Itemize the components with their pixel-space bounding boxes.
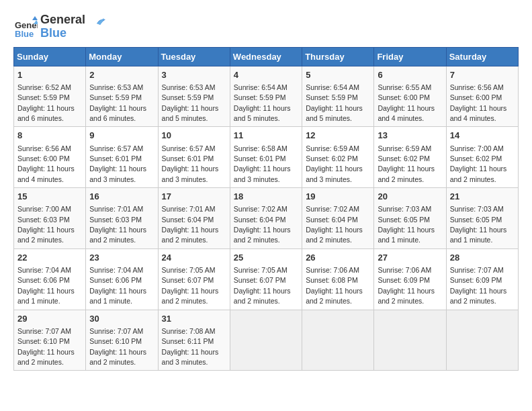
day-number: 28 [450,252,515,264]
day-number: 14 [450,130,515,142]
day-number: 6 [378,69,442,81]
day-info: Sunrise: 7:07 AMSunset: 6:10 PMDaylight:… [17,327,75,366]
calendar-day-cell: 7Sunrise: 6:56 AMSunset: 6:00 PMDaylight… [446,66,518,127]
calendar-day-cell: 25Sunrise: 7:05 AMSunset: 6:07 PMDayligh… [230,248,302,310]
calendar-day-cell: 21Sunrise: 7:03 AMSunset: 6:05 PMDayligh… [446,188,518,249]
day-number: 9 [89,130,154,142]
day-number: 2 [89,69,154,81]
calendar-table: SundayMondayTuesdayWednesdayThursdayFrid… [13,47,519,371]
weekday-header-saturday: Saturday [446,47,518,66]
calendar-day-cell: 23Sunrise: 7:04 AMSunset: 6:06 PMDayligh… [86,248,158,310]
day-info: Sunrise: 7:06 AMSunset: 6:09 PMDaylight:… [378,266,435,305]
day-number: 3 [162,69,226,81]
day-info: Sunrise: 6:57 AMSunset: 6:01 PMDaylight:… [89,144,146,183]
calendar-day-cell: 28Sunrise: 7:07 AMSunset: 6:09 PMDayligh… [446,248,518,310]
day-number: 31 [162,313,226,325]
weekday-header-monday: Monday [86,47,158,66]
day-number: 8 [17,130,82,142]
day-info: Sunrise: 6:57 AMSunset: 6:01 PMDaylight:… [162,144,219,183]
calendar-day-cell: 16Sunrise: 7:01 AMSunset: 6:03 PMDayligh… [86,188,158,249]
calendar-week-row: 15Sunrise: 7:00 AMSunset: 6:03 PMDayligh… [14,188,519,249]
day-number: 17 [162,191,226,203]
calendar-day-cell: 19Sunrise: 7:02 AMSunset: 6:04 PMDayligh… [302,188,374,249]
calendar-day-cell: 17Sunrise: 7:01 AMSunset: 6:04 PMDayligh… [158,188,230,249]
day-info: Sunrise: 7:02 AMSunset: 6:04 PMDaylight:… [306,205,363,244]
calendar-day-cell: 10Sunrise: 6:57 AMSunset: 6:01 PMDayligh… [158,127,230,188]
weekday-header-friday: Friday [374,47,446,66]
calendar-day-cell: 11Sunrise: 6:58 AMSunset: 6:01 PMDayligh… [230,127,302,188]
calendar-day-cell: 9Sunrise: 6:57 AMSunset: 6:01 PMDaylight… [86,127,158,188]
weekday-header-wednesday: Wednesday [230,47,302,66]
logo-icon: General Blue [13,15,38,39]
day-number: 21 [450,191,515,203]
day-info: Sunrise: 7:03 AMSunset: 6:05 PMDaylight:… [378,205,435,244]
weekday-header-tuesday: Tuesday [158,47,230,66]
day-info: Sunrise: 6:54 AMSunset: 5:59 PMDaylight:… [306,83,363,122]
calendar-day-cell: 1Sunrise: 6:52 AMSunset: 5:59 PMDaylight… [14,66,86,127]
day-number: 10 [162,130,226,142]
calendar-day-cell: 12Sunrise: 6:59 AMSunset: 6:02 PMDayligh… [302,127,374,188]
calendar-day-cell [230,310,302,371]
day-number: 29 [17,313,82,325]
day-number: 15 [17,191,82,203]
calendar-day-cell: 13Sunrise: 6:59 AMSunset: 6:02 PMDayligh… [374,127,446,188]
day-info: Sunrise: 7:00 AMSunset: 6:03 PMDaylight:… [17,205,75,244]
calendar-day-cell: 3Sunrise: 6:53 AMSunset: 5:59 PMDaylight… [158,66,230,127]
calendar-week-row: 1Sunrise: 6:52 AMSunset: 5:59 PMDaylight… [14,66,519,127]
day-number: 22 [17,252,82,264]
day-info: Sunrise: 7:02 AMSunset: 6:04 PMDaylight:… [234,205,291,244]
calendar-day-cell [446,310,518,371]
calendar-day-cell [374,310,446,371]
calendar-week-row: 8Sunrise: 6:56 AMSunset: 6:00 PMDaylight… [14,127,519,188]
day-info: Sunrise: 6:53 AMSunset: 5:59 PMDaylight:… [89,83,146,122]
calendar-day-cell: 29Sunrise: 7:07 AMSunset: 6:10 PMDayligh… [14,310,86,371]
svg-text:Blue: Blue [15,29,34,39]
day-number: 12 [306,130,370,142]
day-info: Sunrise: 7:06 AMSunset: 6:08 PMDaylight:… [306,266,363,305]
day-info: Sunrise: 7:05 AMSunset: 6:07 PMDaylight:… [162,266,219,305]
day-info: Sunrise: 6:56 AMSunset: 6:00 PMDaylight:… [17,144,75,183]
day-number: 20 [378,191,442,203]
calendar-day-cell: 26Sunrise: 7:06 AMSunset: 6:08 PMDayligh… [302,248,374,310]
day-info: Sunrise: 7:03 AMSunset: 6:05 PMDaylight:… [450,205,507,244]
day-info: Sunrise: 6:52 AMSunset: 5:59 PMDaylight:… [17,83,75,122]
weekday-header-row: SundayMondayTuesdayWednesdayThursdayFrid… [14,47,519,66]
logo-blue: Blue [40,27,85,40]
day-number: 1 [17,69,82,81]
day-number: 19 [306,191,370,203]
calendar-week-row: 29Sunrise: 7:07 AMSunset: 6:10 PMDayligh… [14,310,519,371]
day-info: Sunrise: 7:07 AMSunset: 6:09 PMDaylight:… [450,266,507,305]
logo-bird-icon [87,13,107,34]
day-info: Sunrise: 7:05 AMSunset: 6:07 PMDaylight:… [234,266,291,305]
calendar-day-cell: 31Sunrise: 7:08 AMSunset: 6:11 PMDayligh… [158,310,230,371]
day-info: Sunrise: 7:00 AMSunset: 6:02 PMDaylight:… [450,144,507,183]
calendar-day-cell: 2Sunrise: 6:53 AMSunset: 5:59 PMDaylight… [86,66,158,127]
day-info: Sunrise: 6:54 AMSunset: 5:59 PMDaylight:… [234,83,291,122]
day-number: 27 [378,252,442,264]
day-info: Sunrise: 7:01 AMSunset: 6:04 PMDaylight:… [162,205,219,244]
day-number: 4 [234,69,298,81]
calendar-day-cell: 24Sunrise: 7:05 AMSunset: 6:07 PMDayligh… [158,248,230,310]
day-number: 26 [306,252,370,264]
day-number: 30 [89,313,154,325]
day-number: 24 [162,252,226,264]
day-number: 18 [234,191,298,203]
day-number: 11 [234,130,298,142]
day-info: Sunrise: 6:55 AMSunset: 6:00 PMDaylight:… [378,83,435,122]
day-info: Sunrise: 7:04 AMSunset: 6:06 PMDaylight:… [89,266,146,305]
calendar-day-cell: 18Sunrise: 7:02 AMSunset: 6:04 PMDayligh… [230,188,302,249]
calendar-week-row: 22Sunrise: 7:04 AMSunset: 6:06 PMDayligh… [14,248,519,310]
day-number: 7 [450,69,515,81]
day-number: 23 [89,252,154,264]
calendar-day-cell: 6Sunrise: 6:55 AMSunset: 6:00 PMDaylight… [374,66,446,127]
logo-general: General [40,13,85,27]
day-number: 13 [378,130,442,142]
day-number: 5 [306,69,370,81]
day-info: Sunrise: 6:59 AMSunset: 6:02 PMDaylight:… [378,144,435,183]
day-info: Sunrise: 7:01 AMSunset: 6:03 PMDaylight:… [89,205,146,244]
svg-marker-2 [32,16,38,20]
day-number: 16 [89,191,154,203]
day-info: Sunrise: 6:58 AMSunset: 6:01 PMDaylight:… [234,144,291,183]
weekday-header-sunday: Sunday [14,47,86,66]
calendar-day-cell: 15Sunrise: 7:00 AMSunset: 6:03 PMDayligh… [14,188,86,249]
